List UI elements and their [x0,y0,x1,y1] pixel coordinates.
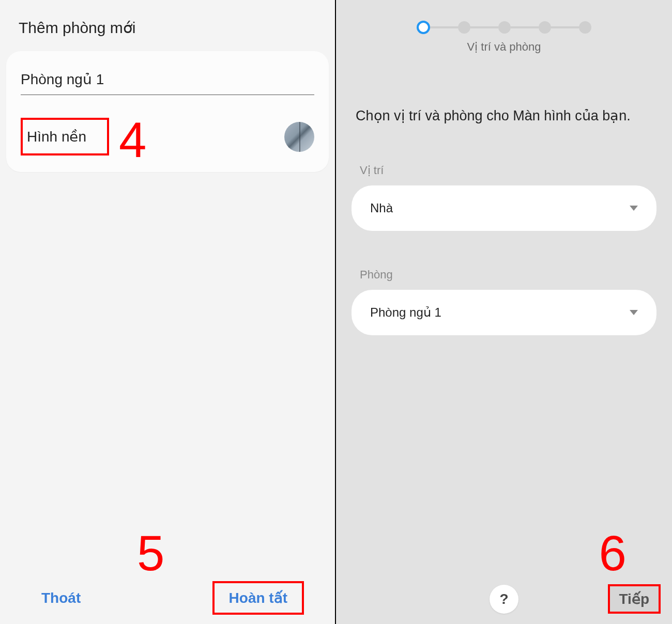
room-dropdown[interactable]: Phòng ngủ 1 [352,290,656,335]
wallpaper-row[interactable]: Hình nền [21,118,314,155]
chevron-down-icon [630,310,638,315]
room-name-input[interactable] [21,66,314,95]
step-line-icon [470,26,498,28]
wallpaper-highlight-box: Hình nền [21,118,109,155]
step-label: Vị trí và phòng [336,40,672,74]
room-field-label: Phòng [352,268,656,282]
done-highlight-box: Hoàn tất [212,581,304,615]
step-line-icon [511,26,539,28]
chevron-down-icon [630,206,638,211]
location-value: Nhà [370,201,393,215]
step-1-icon [417,21,430,34]
exit-button[interactable]: Thoát [31,582,91,615]
step-2-icon [458,21,470,34]
bottom-button-bar: Thoát Hoàn tất [0,581,335,615]
room-value: Phòng ngủ 1 [370,305,441,320]
done-button[interactable]: Hoàn tất [229,589,287,606]
location-room-panel: Vị trí và phòng Chọn vị trí và phòng cho… [336,0,672,624]
step-line-icon [551,26,579,28]
annotation-number-6: 6 [599,525,627,582]
add-room-panel: Thêm phòng mới Hình nền 4 5 Thoát Hoàn t… [0,0,336,624]
step-indicator [336,0,672,40]
location-dropdown[interactable]: Nhà [352,185,656,231]
page-title: Thêm phòng mới [0,0,335,51]
wallpaper-label: Hình nền [27,129,86,145]
step-5-icon [579,21,591,34]
fields-section: Vị trí Nhà Phòng Phòng ngủ 1 [336,164,672,335]
annotation-number-5: 5 [137,525,164,582]
next-highlight-box: Tiếp [608,584,661,614]
help-button[interactable]: ? [490,585,518,614]
step-line-icon [430,26,458,28]
room-card: Hình nền [6,51,329,172]
next-button[interactable]: Tiếp [619,590,649,607]
location-field-label: Vị trí [352,164,656,177]
instruction-text: Chọn vị trí và phòng cho Màn hình của bạ… [336,74,672,127]
step-4-icon [539,21,551,34]
step-3-icon [498,21,511,34]
annotation-number-4: 4 [119,112,146,168]
wallpaper-thumbnail-icon[interactable] [284,122,314,152]
